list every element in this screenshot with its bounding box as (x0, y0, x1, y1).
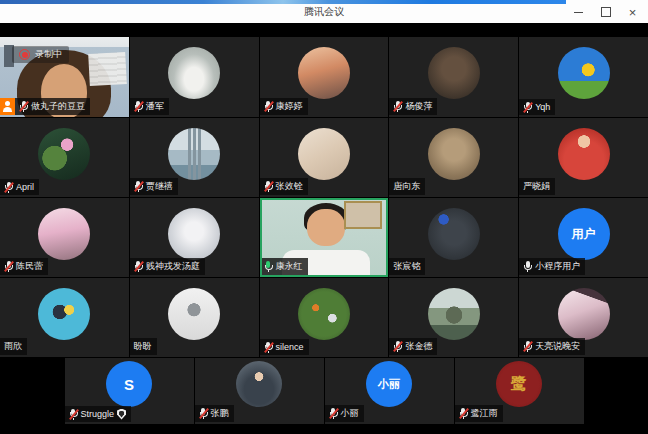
member-icon (0, 98, 15, 115)
participant-avatar (236, 361, 282, 407)
participant-name: 贾继禧 (146, 180, 173, 193)
participant-name: 张金德 (405, 340, 432, 353)
participant-name: 杨俊萍 (405, 100, 432, 113)
titlebar: 腾讯会议 × (0, 0, 648, 23)
participant-nameplate: Yqh (519, 99, 555, 115)
avatar-initials: 小丽 (378, 379, 400, 390)
participant-tile[interactable]: 贱神戎发汤庭 (130, 198, 259, 277)
participant-name: 小程序用户 (535, 260, 580, 273)
recording-indicator: 录制中 (12, 46, 69, 63)
nameplate-background: 严晓娟 (519, 178, 555, 195)
close-button[interactable]: × (619, 3, 646, 21)
participant-name: silence (276, 342, 304, 352)
participant-avatar (38, 128, 90, 180)
participant-tile[interactable]: 张鹏 (195, 358, 324, 424)
microphone-icon (264, 181, 273, 192)
participant-avatar (168, 128, 220, 180)
participant-tile[interactable]: 录制中 做丸子的豆豆 (0, 37, 129, 117)
participant-nameplate: 天亮说晚安 (519, 338, 585, 355)
microphone-icon (4, 182, 13, 193)
participant-tile[interactable]: 康婷婷 (260, 37, 389, 117)
nameplate-background: 小丽 (325, 405, 364, 422)
participant-avatar (38, 208, 90, 260)
minimize-icon (574, 12, 583, 13)
grid-row-3: 陈民蕾 贱神戎发汤庭 康永红 (0, 198, 648, 277)
microphone-icon (329, 408, 338, 419)
participant-nameplate: 鹭江雨 (455, 405, 503, 422)
participant-tile[interactable]: 盼盼 (130, 278, 259, 357)
close-icon: × (629, 6, 637, 19)
participant-tile[interactable]: 天亮说晚安 (519, 278, 648, 357)
nameplate-background: 康永红 (260, 258, 308, 275)
participant-tile[interactable]: 唐向东 (389, 118, 518, 197)
microphone-icon (264, 101, 273, 112)
participant-tile[interactable]: silence (260, 278, 389, 357)
participant-tile[interactable]: 张金德 (389, 278, 518, 357)
participant-nameplate: 潘军 (130, 98, 169, 115)
grid-row-1: 录制中 做丸子的豆豆 潘军 (0, 37, 648, 117)
nameplate-background: silence (260, 339, 309, 355)
participant-tile[interactable]: Yqh (519, 37, 648, 117)
participant-avatar (558, 47, 610, 99)
participant-name: 康婷婷 (276, 100, 303, 113)
participant-avatar: S (106, 361, 152, 407)
microphone-icon (523, 341, 532, 352)
maximize-icon (601, 7, 611, 17)
participant-tile[interactable]: 小丽 小丽 (325, 358, 454, 424)
nameplate-background: 张效铨 (260, 178, 308, 195)
participant-avatar: 用户 (558, 208, 610, 260)
participant-avatar: 小丽 (366, 361, 412, 407)
participant-name: 小丽 (341, 407, 359, 420)
nameplate-background: 杨俊萍 (389, 98, 437, 115)
participant-avatar (168, 47, 220, 99)
nameplate-background: 张宸铭 (389, 258, 425, 275)
participant-avatar (168, 288, 220, 340)
maximize-button[interactable] (592, 3, 619, 21)
participant-tile[interactable]: S Struggle (65, 358, 194, 424)
participant-nameplate: 做丸子的豆豆 (0, 98, 90, 115)
video-grid: 录制中 做丸子的豆豆 潘军 (0, 23, 648, 424)
participant-name: 张宸铭 (393, 260, 420, 273)
nameplate-background: 天亮说晚安 (519, 338, 585, 355)
participant-tile[interactable]: April (0, 118, 129, 197)
shield-badge-icon (117, 409, 126, 420)
participant-name: 康永红 (276, 260, 303, 273)
participant-nameplate: 张效铨 (260, 178, 308, 195)
participant-avatar (428, 288, 480, 340)
nameplate-background: 贱神戎发汤庭 (130, 258, 205, 275)
participant-tile[interactable]: 严晓娟 (519, 118, 648, 197)
participant-name: 唐向东 (393, 180, 420, 193)
participant-nameplate: 贱神戎发汤庭 (130, 258, 205, 275)
nameplate-background: 陈民蕾 (0, 258, 48, 275)
participant-tile[interactable]: 潘军 (130, 37, 259, 117)
participant-nameplate: 陈民蕾 (0, 258, 48, 275)
participant-tile[interactable]: 杨俊萍 (389, 37, 518, 117)
participant-tile[interactable]: 用户 小程序用户 (519, 198, 648, 277)
participant-nameplate: 张鹏 (195, 405, 234, 422)
participant-tile[interactable]: 张宸铭 (389, 198, 518, 277)
window-controls: × (565, 3, 646, 21)
grid-row-5: S Struggle 张鹏 小丽 (0, 358, 648, 424)
nameplate-background: 贾继禧 (130, 178, 178, 195)
nameplate-background: 小程序用户 (519, 258, 585, 275)
participant-tile[interactable]: 雨欣 (0, 278, 129, 357)
participant-avatar (558, 128, 610, 180)
window-accent-strip (0, 0, 566, 4)
participant-name: 潘军 (146, 100, 164, 113)
microphone-icon (264, 342, 273, 353)
participant-nameplate: 唐向东 (389, 178, 425, 195)
participant-tile[interactable]: 鹭 鹭江雨 (455, 358, 584, 424)
participant-avatar (298, 128, 350, 180)
participant-nameplate: 严晓娟 (519, 178, 555, 195)
participant-tile[interactable]: 康永红 (260, 198, 389, 277)
microphone-icon (134, 261, 143, 272)
participant-tile[interactable]: 陈民蕾 (0, 198, 129, 277)
grid-row-4: 雨欣 盼盼 silence (0, 278, 648, 357)
minimize-button[interactable] (565, 3, 592, 21)
participant-nameplate: silence (260, 339, 309, 355)
participant-tile[interactable]: 贾继禧 (130, 118, 259, 197)
microphone-icon (523, 102, 532, 113)
participant-tile[interactable]: 张效铨 (260, 118, 389, 197)
recording-label: 录制中 (35, 48, 62, 61)
microphone-icon (19, 101, 28, 112)
